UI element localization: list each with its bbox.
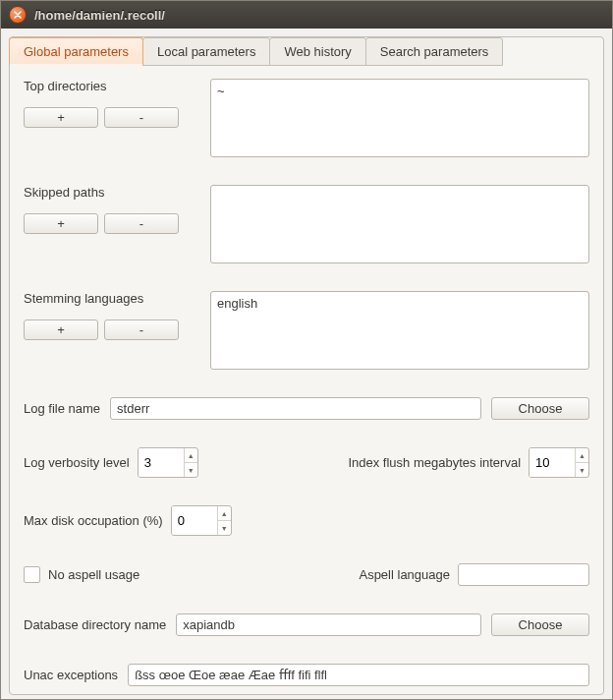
window-body: Global parameters Local parameters Web h… xyxy=(1,29,612,699)
flush-up[interactable]: ▲ xyxy=(576,448,588,463)
verbosity-down[interactable]: ▼ xyxy=(185,463,197,477)
maxdisk-input[interactable] xyxy=(172,506,217,535)
flush-down[interactable]: ▼ xyxy=(576,463,588,477)
tab-page-global: Top directories + - Skipped paths + xyxy=(10,65,603,694)
noaspell-checkbox[interactable] xyxy=(24,566,40,583)
dbdir-choose-button[interactable]: Choose xyxy=(491,613,589,636)
verbosity-spinner[interactable]: ▲ ▼ xyxy=(138,447,198,478)
stemming-add-button[interactable]: + xyxy=(24,320,98,340)
topdirs-list[interactable] xyxy=(210,79,589,157)
stemming-list[interactable] xyxy=(210,291,589,370)
label-dbdir: Database directory name xyxy=(24,617,166,632)
row-dbdir: Database directory name Choose xyxy=(24,613,589,636)
tab-local-parameters[interactable]: Local parameters xyxy=(142,37,270,66)
flush-spinner[interactable]: ▲ ▼ xyxy=(529,447,589,478)
config-window: /home/damien/.recoll/ Global parameters … xyxy=(0,0,613,700)
titlebar: /home/damien/.recoll/ xyxy=(1,1,612,29)
aspell-lang-input[interactable] xyxy=(458,563,589,586)
dialog-buttons: Cancel OK xyxy=(9,695,604,699)
logfile-input[interactable] xyxy=(110,397,481,420)
tab-search-parameters[interactable]: Search parameters xyxy=(365,37,504,66)
label-unac: Unac exceptions xyxy=(24,668,118,682)
topdirs-add-button[interactable]: + xyxy=(24,107,98,128)
row-maxdisk: Max disk occupation (%) ▲ ▼ xyxy=(24,505,589,536)
label-maxdisk: Max disk occupation (%) xyxy=(24,513,163,528)
label-aspell-lang: Aspell language xyxy=(359,567,450,582)
logfile-choose-button[interactable]: Choose xyxy=(491,397,589,420)
flush-input[interactable] xyxy=(529,448,575,477)
row-unac: Unac exceptions xyxy=(24,664,589,686)
row-aspell: No aspell usage Aspell language xyxy=(24,563,589,586)
tab-global-parameters[interactable]: Global parameters xyxy=(9,37,143,66)
unac-input[interactable] xyxy=(128,664,589,686)
topdirs-remove-button[interactable]: - xyxy=(104,107,179,128)
tab-web-history[interactable]: Web history xyxy=(269,37,365,66)
row-skipped-paths: Skipped paths + - xyxy=(24,185,589,263)
skipped-remove-button[interactable]: - xyxy=(104,213,179,234)
label-flush: Index flush megabytes interval xyxy=(348,455,521,470)
dbdir-input[interactable] xyxy=(176,613,481,636)
label-noaspell: No aspell usage xyxy=(48,567,139,582)
tabs-container: Global parameters Local parameters Web h… xyxy=(9,36,604,695)
label-top-directories: Top directories xyxy=(24,79,200,93)
tab-bar: Global parameters Local parameters Web h… xyxy=(9,36,603,65)
row-stemming-languages: Stemming languages + - xyxy=(24,291,589,370)
stemming-remove-button[interactable]: - xyxy=(104,320,179,340)
maxdisk-spinner[interactable]: ▲ ▼ xyxy=(171,505,232,536)
skipped-list[interactable] xyxy=(210,185,589,263)
label-verbosity: Log verbosity level xyxy=(24,455,130,470)
verbosity-input[interactable] xyxy=(139,448,184,477)
label-skipped-paths: Skipped paths xyxy=(24,185,200,200)
window-close-button[interactable] xyxy=(9,6,27,24)
window-title: /home/damien/.recoll/ xyxy=(34,8,165,23)
row-top-directories: Top directories + - xyxy=(24,79,589,157)
maxdisk-up[interactable]: ▲ xyxy=(218,506,231,521)
row-verbosity-flush: Log verbosity level ▲ ▼ Index flush mega… xyxy=(24,447,589,478)
skipped-add-button[interactable]: + xyxy=(24,213,98,234)
label-logfile: Log file name xyxy=(24,401,100,416)
row-logfile: Log file name Choose xyxy=(24,397,589,420)
close-icon xyxy=(14,11,22,19)
maxdisk-down[interactable]: ▼ xyxy=(218,521,231,535)
verbosity-up[interactable]: ▲ xyxy=(185,448,197,463)
label-stemming-languages: Stemming languages xyxy=(24,291,200,306)
